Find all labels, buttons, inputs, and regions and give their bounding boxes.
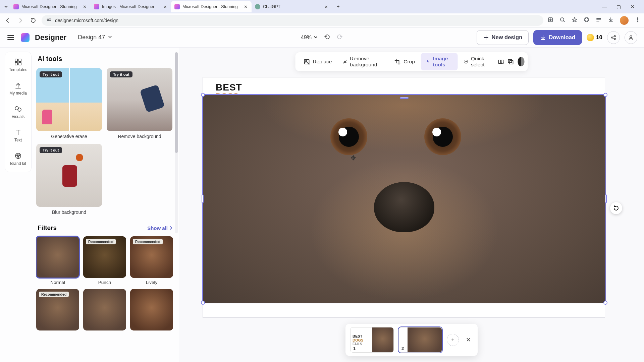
filter-label: Punch bbox=[83, 280, 126, 285]
chrome-menu-icon[interactable] bbox=[635, 17, 641, 24]
svg-point-43 bbox=[464, 60, 468, 63]
favicon-1 bbox=[13, 4, 19, 9]
filter-row2-1[interactable]: Recommended bbox=[36, 289, 79, 330]
downloads-icon[interactable] bbox=[608, 17, 614, 24]
ai-tools-heading: AI tools bbox=[38, 55, 174, 63]
filter-lively[interactable]: Recommended Lively bbox=[130, 236, 173, 285]
zoom-dropdown[interactable]: 49% bbox=[301, 35, 318, 41]
install-app-icon[interactable] bbox=[547, 17, 553, 24]
page-thumb-2[interactable]: 2 bbox=[398, 327, 442, 353]
share-button[interactable] bbox=[607, 31, 620, 44]
try-it-out-badge: Try it out bbox=[40, 147, 62, 153]
image-tools-button[interactable]: Image tools bbox=[421, 53, 458, 70]
credits-badge[interactable]: 10 bbox=[587, 34, 602, 41]
rotate-handle[interactable] bbox=[610, 202, 622, 214]
context-toolbar: Replace Remove background Crop Image too… bbox=[296, 52, 528, 71]
chevron-down-icon bbox=[108, 34, 112, 41]
rail-label: Visuals bbox=[12, 114, 24, 119]
address-bar-row: designer.microsoft.com/design bbox=[0, 13, 644, 27]
recommended-badge: Recommended bbox=[39, 292, 69, 297]
panel-scrollbar[interactable] bbox=[175, 52, 178, 233]
new-tab-button[interactable]: + bbox=[333, 2, 343, 11]
tab-title-3: Microsoft Designer - Stunning bbox=[182, 4, 240, 9]
zoom-icon[interactable] bbox=[559, 17, 566, 24]
menu-button[interactable] bbox=[6, 33, 15, 42]
filter-normal[interactable]: Normal bbox=[36, 236, 79, 285]
flip-button[interactable] bbox=[496, 56, 505, 68]
filter-label: Lively bbox=[130, 280, 173, 285]
layers-button[interactable] bbox=[506, 56, 515, 68]
svg-line-23 bbox=[613, 38, 614, 39]
tab-search-dropdown[interactable] bbox=[2, 3, 10, 11]
browser-tab-2[interactable]: Images - Microsoft Designer ✕ bbox=[91, 1, 171, 12]
add-page-button[interactable]: + bbox=[447, 334, 459, 346]
close-icon[interactable]: ✕ bbox=[323, 4, 329, 9]
site-info-icon[interactable] bbox=[46, 17, 52, 23]
browser-tab-3[interactable]: Microsoft Designer - Stunning ✕ bbox=[171, 1, 252, 12]
forward-button[interactable] bbox=[16, 16, 25, 25]
coin-icon bbox=[587, 34, 594, 41]
rail-my-media[interactable]: My media bbox=[7, 79, 29, 98]
crop-button[interactable]: Crop bbox=[389, 56, 420, 68]
tab-strip: Microsoft Designer - Stunning ✕ Images -… bbox=[0, 0, 644, 13]
browser-tab-4[interactable]: ChatGPT ✕ bbox=[252, 1, 332, 12]
svg-point-38 bbox=[18, 157, 19, 158]
extensions-icon[interactable] bbox=[584, 17, 590, 24]
rail-brand-kit[interactable]: Brand kit bbox=[7, 150, 29, 168]
close-icon[interactable]: ✕ bbox=[82, 4, 87, 9]
filter-label: Normal bbox=[36, 280, 79, 285]
close-window-icon[interactable]: ✕ bbox=[629, 4, 636, 9]
filter-punch[interactable]: Recommended Punch bbox=[83, 236, 126, 285]
rail-templates[interactable]: Templates bbox=[7, 56, 29, 74]
account-button[interactable] bbox=[625, 31, 637, 44]
tab-title-4: ChatGPT bbox=[263, 4, 321, 9]
browser-tab-1[interactable]: Microsoft Designer - Stunning ✕ bbox=[10, 1, 91, 12]
canvas-frame[interactable]: BEST DOGS FAILS bbox=[203, 77, 605, 318]
page-thumb-1[interactable]: BEST DOGS FAILS 1 bbox=[350, 327, 394, 353]
rail-visuals[interactable]: Visuals bbox=[7, 103, 29, 121]
new-design-button[interactable]: New design bbox=[477, 30, 529, 45]
tool-remove-background[interactable]: Try it out Remove background bbox=[107, 68, 172, 139]
replace-button[interactable]: Replace bbox=[299, 56, 337, 68]
maximize-icon[interactable]: ▢ bbox=[615, 4, 622, 9]
show-all-link[interactable]: Show all bbox=[147, 225, 173, 231]
main-area: Templates My media Visuals Text Brand ki… bbox=[0, 48, 644, 362]
show-all-label: Show all bbox=[147, 225, 168, 231]
svg-point-36 bbox=[17, 155, 18, 156]
tool-generative-erase[interactable]: Try it out Generative erase bbox=[36, 68, 102, 139]
left-rail: Templates My media Visuals Text Brand ki… bbox=[5, 52, 32, 172]
tool-blur-background[interactable]: Try it out Blur background bbox=[36, 144, 102, 215]
page-number: 2 bbox=[401, 346, 404, 351]
reload-button[interactable] bbox=[29, 16, 38, 25]
svg-point-42 bbox=[429, 63, 429, 63]
svg-rect-27 bbox=[15, 63, 17, 65]
filter-row2-3[interactable] bbox=[130, 289, 173, 330]
close-icon[interactable]: ✕ bbox=[162, 4, 168, 9]
svg-rect-25 bbox=[15, 59, 17, 61]
minimize-icon[interactable]: — bbox=[601, 4, 608, 9]
back-button[interactable] bbox=[3, 16, 12, 25]
download-button[interactable]: Download bbox=[533, 30, 582, 45]
filter-row2-2[interactable] bbox=[83, 289, 126, 330]
address-bar[interactable]: designer.microsoft.com/design bbox=[42, 15, 543, 26]
bookmark-icon[interactable] bbox=[572, 17, 578, 24]
svg-point-24 bbox=[630, 36, 632, 38]
reading-list-icon[interactable] bbox=[596, 17, 602, 24]
svg-point-35 bbox=[15, 153, 21, 159]
new-design-label: New design bbox=[492, 34, 523, 41]
svg-rect-46 bbox=[501, 60, 503, 63]
remove-background-button[interactable]: Remove background bbox=[338, 53, 388, 70]
undo-button[interactable] bbox=[324, 34, 330, 42]
document-name-dropdown[interactable]: Design 47 bbox=[78, 34, 112, 41]
close-icon[interactable]: ✕ bbox=[243, 4, 248, 9]
color-button[interactable] bbox=[518, 57, 525, 66]
svg-rect-28 bbox=[19, 63, 21, 65]
quick-select-button[interactable]: Quick select bbox=[459, 53, 495, 70]
rail-text[interactable]: Text bbox=[7, 126, 29, 144]
redo-button[interactable] bbox=[336, 34, 343, 42]
canvas-area[interactable]: Replace Remove background Crop Image too… bbox=[179, 48, 644, 362]
close-pages-bar[interactable]: ✕ bbox=[464, 335, 473, 345]
selected-image[interactable] bbox=[203, 95, 605, 303]
try-it-out-badge: Try it out bbox=[40, 71, 62, 77]
profile-avatar[interactable] bbox=[620, 16, 629, 25]
